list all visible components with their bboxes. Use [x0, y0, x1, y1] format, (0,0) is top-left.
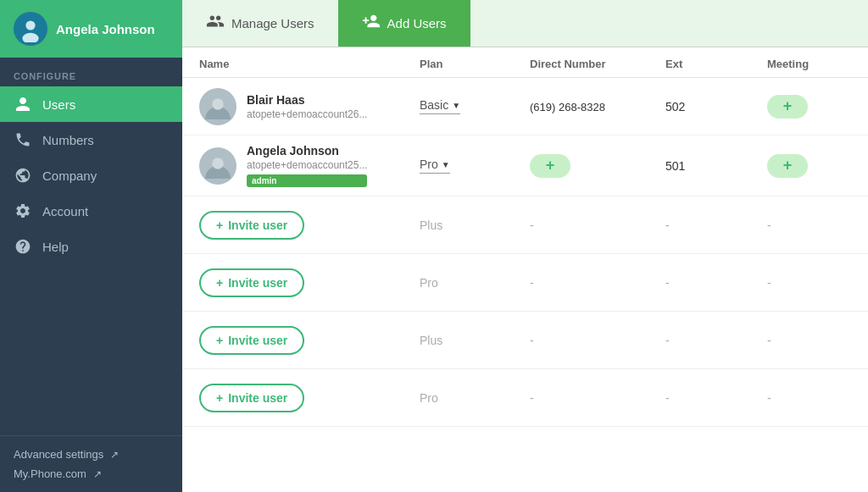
col-header-plan: Plan: [420, 58, 530, 70]
users-table: Name Plan Direct Number Ext Meeting Blai…: [182, 47, 868, 492]
external-link-icon: ↗: [110, 449, 119, 461]
meeting-invite-1: -: [767, 218, 868, 233]
meeting-cell-angela: +: [767, 154, 868, 178]
user-name-angela: Angela Johnson: [247, 144, 367, 158]
meeting-cell-blair: +: [767, 95, 868, 119]
add-meeting-button-angela[interactable]: +: [767, 154, 808, 178]
admin-badge: admin: [247, 174, 367, 187]
user-info-angela: Angela Johnson atopete+demoaccount25... …: [247, 144, 367, 187]
ext-invite-3: -: [665, 333, 767, 348]
table-row: Angela Johnson atopete+demoaccount25... …: [182, 135, 868, 196]
plan-invite-2: Pro: [420, 275, 530, 290]
table-header: Name Plan Direct Number Ext Meeting: [182, 47, 868, 78]
col-header-ext: Ext: [665, 58, 767, 70]
sidebar-item-company[interactable]: Company: [0, 158, 182, 193]
invite-label: Invite user: [228, 391, 287, 405]
sidebar-item-users[interactable]: Users: [0, 86, 182, 122]
external-link-icon-2: ↗: [93, 468, 102, 480]
sidebar-label-numbers: Numbers: [42, 133, 94, 147]
user-cell-blair: Blair Haas atopete+demoaccount26...: [199, 88, 420, 125]
manage-users-icon: [206, 12, 225, 35]
col-header-meeting: Meeting: [767, 58, 868, 70]
top-tabs: Manage Users Add Users: [182, 0, 868, 47]
sidebar-label-help: Help: [42, 240, 69, 254]
table-row: + Invite user Plus - - -: [182, 312, 868, 369]
sidebar-user-name: Angela Johnson: [56, 22, 155, 36]
invite-user-button-3[interactable]: + Invite user: [199, 326, 304, 355]
users-icon: [14, 96, 32, 113]
invite-cell-1: + Invite user: [199, 211, 420, 240]
sidebar: Angela Johnson CONFIGURE Users Numbers: [0, 0, 182, 492]
my-phone-link[interactable]: My.Phone.com ↗: [14, 467, 169, 480]
user-email-blair: atopete+demoaccount26...: [247, 108, 367, 120]
invite-user-button-2[interactable]: + Invite user: [199, 268, 304, 297]
phone-icon: [14, 131, 32, 148]
ext-blair: 502: [665, 100, 767, 113]
settings-icon: [14, 202, 32, 219]
direct-invite-3: -: [530, 333, 665, 348]
sidebar-label-account: Account: [42, 204, 88, 218]
direct-number-blair: (619) 268-8328: [530, 99, 665, 114]
plan-value-angela: Pro: [420, 158, 438, 171]
svg-point-1: [25, 20, 35, 30]
sidebar-nav: CONFIGURE Users Numbers C: [0, 58, 182, 435]
plan-cell-blair: Basic ▼: [420, 98, 530, 114]
meeting-invite-3: -: [767, 333, 868, 348]
sidebar-item-account[interactable]: Account: [0, 193, 182, 229]
col-header-direct-number: Direct Number: [530, 58, 665, 70]
configure-label: CONFIGURE: [0, 58, 182, 86]
user-email-angela: atopete+demoaccount25...: [247, 159, 367, 171]
user-info-blair: Blair Haas atopete+demoaccount26...: [247, 93, 367, 120]
plan-select-angela[interactable]: Pro ▼: [420, 158, 450, 174]
tab-add-users-label: Add Users: [387, 16, 447, 30]
chevron-down-icon: ▼: [452, 101, 460, 110]
invite-cell-2: + Invite user: [199, 268, 420, 297]
invite-cell-3: + Invite user: [199, 326, 420, 355]
avatar-angela: [199, 147, 236, 185]
table-row: Blair Haas atopete+demoaccount26... Basi…: [182, 78, 868, 135]
svg-point-6: [212, 158, 224, 169]
help-icon: [14, 238, 32, 255]
plan-invite-1: Plus: [420, 218, 530, 233]
sidebar-label-company: Company: [42, 169, 97, 183]
plan-value-blair: Basic: [420, 98, 448, 112]
invite-label: Invite user: [228, 276, 287, 290]
ext-invite-4: -: [665, 390, 767, 406]
direct-invite-1: -: [530, 218, 665, 233]
direct-invite-2: -: [530, 275, 665, 290]
add-direct-number-button-angela[interactable]: +: [530, 154, 570, 178]
plan-cell-angela: Pro ▼: [420, 158, 530, 174]
direct-number-angela: +: [530, 154, 665, 178]
advanced-settings-link[interactable]: Advanced settings ↗: [14, 448, 169, 461]
table-row: + Invite user Pro - - -: [182, 369, 868, 427]
invite-label: Invite user: [228, 218, 287, 232]
plus-icon: +: [216, 334, 223, 347]
sidebar-item-help[interactable]: Help: [0, 229, 182, 264]
chevron-down-icon: ▼: [442, 160, 450, 169]
meeting-invite-2: -: [767, 275, 868, 290]
globe-icon: [14, 167, 32, 184]
user-name-blair: Blair Haas: [247, 93, 367, 107]
ext-angela: 501: [665, 159, 767, 173]
ext-invite-2: -: [665, 275, 767, 290]
sidebar-footer: Advanced settings ↗ My.Phone.com ↗: [0, 435, 182, 492]
tab-add-users[interactable]: Add Users: [338, 0, 470, 47]
table-row: + Invite user Pro - - -: [182, 254, 868, 312]
sidebar-item-numbers[interactable]: Numbers: [0, 122, 182, 158]
user-cell-angela: Angela Johnson atopete+demoaccount25... …: [199, 144, 420, 187]
invite-cell-4: + Invite user: [199, 384, 420, 412]
tab-manage-users-label: Manage Users: [231, 16, 314, 30]
tab-manage-users[interactable]: Manage Users: [182, 0, 338, 47]
invite-label: Invite user: [228, 334, 287, 347]
plus-icon: +: [216, 218, 223, 232]
plan-select-blair[interactable]: Basic ▼: [420, 98, 460, 114]
add-meeting-button-blair[interactable]: +: [767, 95, 808, 119]
invite-user-button-4[interactable]: + Invite user: [199, 384, 304, 412]
sidebar-header: Angela Johnson: [0, 0, 182, 58]
plan-invite-3: Plus: [420, 333, 530, 348]
my-phone-label: My.Phone.com: [14, 467, 86, 480]
direct-invite-4: -: [530, 390, 665, 406]
add-users-icon: [362, 12, 381, 35]
invite-user-button-1[interactable]: + Invite user: [199, 211, 304, 240]
plus-icon: +: [216, 276, 223, 290]
